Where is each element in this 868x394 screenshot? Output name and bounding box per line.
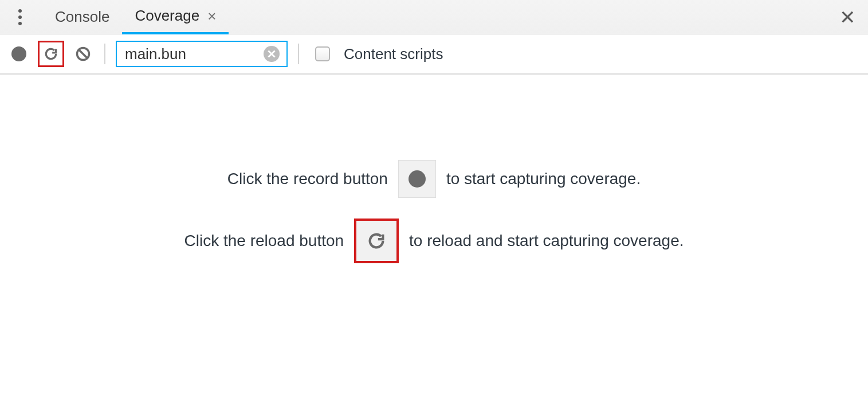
record-icon	[11, 46, 26, 61]
url-filter-input[interactable]	[124, 45, 264, 64]
close-drawer-icon[interactable]: ✕	[839, 6, 855, 29]
reload-icon	[44, 46, 58, 61]
tab-console[interactable]: Console	[42, 0, 122, 34]
record-icon	[409, 170, 426, 188]
clear-button[interactable]	[72, 43, 94, 65]
record-button[interactable]	[8, 43, 30, 65]
reload-hint-button[interactable]	[354, 219, 399, 263]
tab-coverage[interactable]: Coverage ×	[122, 0, 229, 34]
url-filter[interactable]	[116, 41, 288, 67]
hint-text: to start capturing coverage.	[446, 170, 641, 188]
clear-filter-icon[interactable]	[264, 46, 280, 62]
svg-line-1	[78, 49, 87, 58]
more-tabs-button[interactable]	[10, 0, 30, 34]
record-hint-button[interactable]	[398, 160, 436, 198]
record-hint: Click the record button to start capturi…	[227, 160, 641, 198]
coverage-empty-state: Click the record button to start capturi…	[0, 75, 868, 394]
drawer-tabbar: Console Coverage × ✕	[0, 0, 868, 34]
coverage-toolbar: Content scripts	[0, 34, 868, 75]
content-scripts-checkbox[interactable]	[315, 46, 330, 61]
hint-text: Click the record button	[227, 170, 388, 188]
hint-text: Click the reload button	[184, 232, 344, 250]
reload-hint: Click the reload button to reload and st…	[184, 219, 684, 263]
toolbar-divider	[104, 44, 105, 64]
tab-label: Coverage	[135, 7, 199, 25]
content-scripts-label: Content scripts	[344, 45, 443, 63]
ban-icon	[75, 46, 91, 62]
hint-text: to reload and start capturing coverage.	[409, 232, 684, 250]
reload-button[interactable]	[38, 41, 64, 67]
tab-label: Console	[55, 8, 109, 26]
reload-icon	[367, 231, 386, 251]
toolbar-divider	[298, 44, 299, 64]
close-tab-icon[interactable]: ×	[207, 9, 216, 24]
